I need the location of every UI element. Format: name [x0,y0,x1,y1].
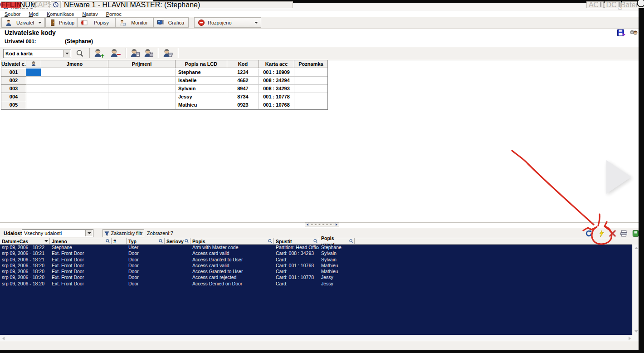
search-icon[interactable] [75,49,84,58]
monitor-button[interactable]: Monitor [115,17,153,28]
user-cell[interactable] [294,93,327,101]
user-cell[interactable] [26,93,41,101]
save-floppy-icon[interactable] [617,29,626,37]
users-icon[interactable] [629,29,638,37]
user-cell[interactable] [108,85,176,93]
refresh-icon[interactable] [585,230,593,237]
table-row[interactable]: 005Mathieu0923001 : 10768 [1,101,327,109]
search-icon[interactable] [105,239,110,244]
delete-x-icon[interactable] [609,230,616,237]
combo-arrow-button[interactable] [85,230,93,236]
combo-arrow-button[interactable] [63,50,70,57]
user-cell[interactable]: Isabelle [176,77,227,85]
grafica-button[interactable]: Grafica [153,17,189,28]
user-cell[interactable] [108,69,176,77]
table-row[interactable]: 004Jessy8734001 : 10778 [1,93,327,101]
user-cell[interactable] [294,69,327,77]
user-cell[interactable]: Sylvain [176,85,227,93]
user-cell[interactable]: 4652 [227,77,259,85]
row-number-cell[interactable]: 001 [1,69,26,77]
row-number-cell[interactable]: 004 [1,93,26,101]
user-cell[interactable]: 001 : 10768 [259,101,294,109]
print-user-icon[interactable] [161,48,173,58]
user-cell[interactable]: Jessy [176,93,227,101]
col-prijmeni[interactable]: Prijmeni [108,60,176,68]
event-col-2[interactable]: Jmeno [50,238,112,245]
col-popis-lcd[interactable]: Popis na LCD [176,60,227,68]
user-cell[interactable]: 8947 [227,85,259,93]
menu-komunikace[interactable]: Komunikace [47,11,74,17]
user-cell[interactable]: 001 : 10909 [259,69,294,77]
user-cell[interactable] [108,101,176,109]
user-cell[interactable] [41,101,108,109]
user-cell[interactable] [294,101,327,109]
popisy-button[interactable]: Popisy [77,17,115,28]
events-filter-select[interactable]: Vsechny udalosti [22,229,93,237]
user-cell[interactable] [26,101,41,109]
event-row[interactable]: srp 09, 2006 - 18:22StephaneUserArm with… [0,245,632,250]
uzivatel-button[interactable]: Uzivatel [1,17,45,28]
user-cell[interactable] [26,77,41,85]
col-user-icon[interactable] [26,60,41,68]
event-row[interactable]: srp 09, 2006 - 18:20Ext. Front DoorDoorA… [0,263,632,269]
user-cell[interactable] [41,77,108,85]
user-cell[interactable] [108,77,176,85]
search-icon[interactable] [184,239,189,244]
table-row[interactable]: 003Sylvain8947008 : 34293 [1,85,327,93]
search-icon[interactable] [313,239,318,244]
event-col-7[interactable]: Spustit [274,238,319,245]
card-lock-user-icon[interactable] [142,48,154,58]
events-vertical-scrollbar[interactable] [632,245,639,335]
scroll-right-icon[interactable] [629,337,631,340]
user-cell[interactable] [41,85,108,93]
user-cell[interactable] [294,85,327,93]
events-horizontal-scrollbar[interactable] [0,335,639,341]
user-cell[interactable] [294,77,327,85]
user-cell[interactable]: 1234 [227,69,259,77]
event-col-4[interactable]: Typ [127,238,165,245]
table-row[interactable]: 001Stephane1234001 : 10909 [1,69,327,77]
event-col-1[interactable]: Datum+Cas [0,238,50,245]
user-cell[interactable]: 008 : 34294 [259,77,294,85]
event-row[interactable]: srp 09, 2006 - 18:20Ext. Front DoorDoorA… [0,275,632,280]
export-log-icon[interactable] [632,230,639,237]
col-kod[interactable]: Kod [227,60,259,68]
search-icon[interactable] [158,239,163,244]
user-cell[interactable] [41,69,108,77]
user-cell[interactable]: 008 : 34293 [259,85,294,93]
search-icon[interactable] [349,239,353,244]
row-number-cell[interactable]: 002 [1,77,26,85]
col-karta-acc[interactable]: Karta acc [259,60,294,68]
menu-soubor[interactable]: Soubor [5,11,20,17]
lightning-icon[interactable] [598,230,605,237]
user-cell[interactable]: 0923 [227,101,259,109]
event-col-8[interactable]: Popis uzivat. [319,238,355,245]
event-row[interactable]: srp 09, 2006 - 18:20Ext. Front DoorDoorA… [0,269,632,275]
user-cell[interactable] [26,85,41,93]
menu-pomoc[interactable]: Pomoc [106,11,122,17]
event-row[interactable]: srp 09, 2006 - 18:20Ext. Front DoorDoorA… [0,281,632,287]
col-jmeno[interactable]: Jmeno [41,60,108,68]
pristup-button[interactable]: Pristup [45,17,77,28]
custom-filter-button[interactable]: Zakaznicky filtr [102,229,144,237]
printer-icon[interactable] [620,230,628,237]
table-row[interactable]: 002Isabelle4652008 : 34294 [1,77,327,85]
event-col-5[interactable]: Seriovy [165,238,190,245]
code-card-mode-select[interactable]: Kod a karta [3,49,71,58]
scroll-up-icon[interactable] [634,247,638,249]
user-cell[interactable]: 001 : 10778 [259,93,294,101]
row-number-cell[interactable]: 005 [1,101,26,109]
event-col-6[interactable]: Popis [190,238,274,245]
user-cell[interactable] [26,69,41,77]
col-poznamka[interactable]: Poznamka [294,60,327,68]
menu-nastav[interactable]: Nastav [82,11,98,17]
user-cell[interactable]: Mathieu [176,101,227,109]
row-number-cell[interactable]: 003 [1,85,26,93]
event-row[interactable]: srp 09, 2006 - 18:21Ext. Front DoorDoorA… [0,250,632,256]
menu-mod[interactable]: Mod [29,11,38,17]
pane-splitter-handle[interactable] [305,222,339,226]
user-cell[interactable] [41,93,108,101]
rozpojeno-dropdown[interactable]: Rozpojeno [194,17,261,28]
col-uzivatel-c[interactable]: Uzivatel c. [1,60,26,68]
user-cell[interactable]: Stephane [176,69,227,77]
